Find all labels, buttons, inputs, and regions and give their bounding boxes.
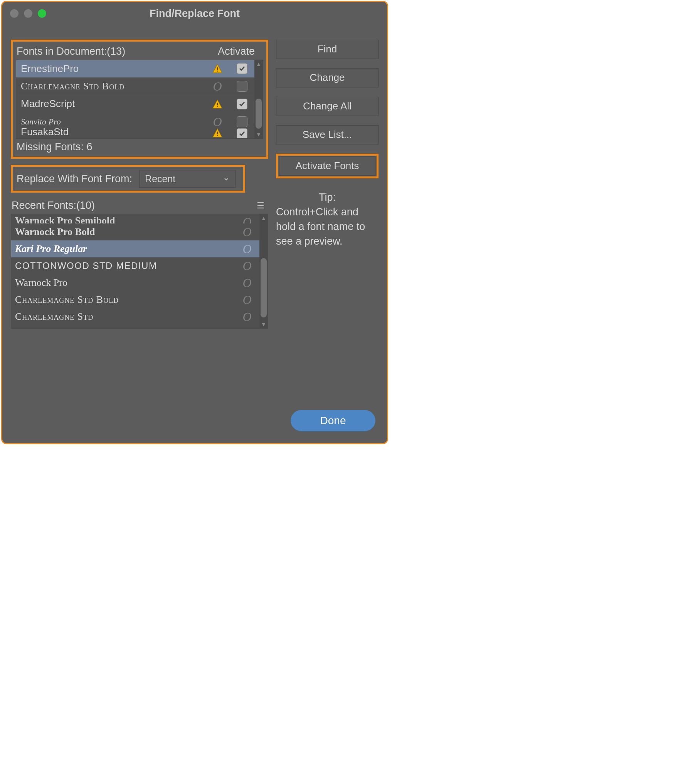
font-row[interactable]: FusakaStd [16,131,254,138]
font-name: FusakaStd [21,126,205,138]
titlebar: Find/Replace Font [2,2,387,25]
opentype-icon: O [205,118,230,126]
font-name: ErnestinePro [21,63,205,75]
scrollbar-thumb[interactable] [256,99,262,129]
font-name: Warnock Pro Semibold [15,215,235,223]
tip-text: Tip: Control+Click and hold a font name … [276,190,379,248]
fonts-in-document-list[interactable]: ErnestinePro Charlemagne Std B [16,60,263,139]
font-row[interactable]: MadreScript [16,96,254,113]
replace-source-selected: Recent [145,173,175,185]
font-name: Sanvito Pro [21,117,205,127]
warning-icon [205,64,230,73]
close-window-button[interactable] [10,9,19,18]
chevron-down-icon[interactable]: ▼ [254,132,263,137]
recent-font-row[interactable]: Warnock Pro Bold O [11,223,259,240]
opentype-icon: O [205,82,230,90]
activate-fonts-button[interactable]: Activate Fonts [279,156,375,176]
opentype-icon: O [235,279,259,287]
recent-font-row[interactable]: Kari Pro Regular O [11,240,259,257]
tip-body: Control+Click and hold a font name to se… [276,206,365,247]
svg-rect-2 [217,103,218,106]
warning-icon [205,99,230,109]
minimize-window-button[interactable] [24,9,32,18]
opentype-icon: O [235,216,259,223]
svg-rect-4 [217,132,218,134]
recent-fonts-list[interactable]: Warnock Pro Semibold O Warnock Pro Bold … [11,214,268,329]
replace-with-font-from-panel: Replace With Font From: Recent [11,165,245,193]
window-controls [2,9,46,18]
warning-icon [205,128,230,138]
chevron-down-icon[interactable]: ▼ [259,322,268,327]
recent-font-row[interactable]: COTTONWOOD STD MEDIUM O [11,257,259,274]
missing-fonts-label: Missing Fonts: [17,141,87,153]
activate-checkbox[interactable] [237,99,247,109]
font-name: Charlemagne Std Bold [21,81,205,92]
chevron-up-icon[interactable]: ▲ [254,62,263,66]
svg-rect-5 [217,135,218,136]
list-options-icon[interactable]: ☰ [257,201,265,211]
missing-fonts-count: 6 [87,141,93,153]
svg-rect-0 [217,67,218,70]
chevron-up-icon[interactable]: ▲ [259,216,268,220]
save-list-button[interactable]: Save List... [276,125,379,144]
font-name: Charlemagne Std [15,311,235,322]
activate-checkbox[interactable] [237,81,247,92]
activate-column-label: Activate [218,45,262,57]
svg-rect-3 [217,106,218,107]
find-button[interactable]: Find [276,40,379,59]
opentype-icon: O [235,228,259,236]
replace-with-label: Replace With Font From: [17,173,132,185]
font-name: Warnock Pro Bold [15,226,235,238]
opentype-icon: O [235,296,259,304]
recent-font-row[interactable]: Warnock Pro O [11,274,259,291]
font-name: Kari Pro Regular [15,243,235,255]
font-name: Charlemagne Std Bold [15,294,235,306]
scrollbar-thumb[interactable] [261,258,267,317]
fonts-in-document-count: (13) [107,45,125,57]
font-name: MadreScript [21,98,205,110]
recent-fonts-label: Recent Fonts: [12,200,76,212]
recent-fonts-count: (10) [76,200,95,212]
recent-font-row[interactable]: Charlemagne Std O [11,308,259,325]
font-row[interactable]: Charlemagne Std Bold O [16,78,254,96]
recent-font-row[interactable]: Charlemagne Std Bold O [11,291,259,308]
done-button[interactable]: Done [291,410,375,431]
opentype-icon: O [235,262,259,270]
scrollbar[interactable]: ▲ ▼ [254,60,263,138]
font-row[interactable]: ErnestinePro [16,60,254,78]
change-all-button[interactable]: Change All [276,97,379,116]
activate-checkbox[interactable] [237,116,247,127]
svg-rect-1 [217,71,218,72]
replace-source-dropdown[interactable]: Recent [139,170,236,188]
activate-checkbox[interactable] [237,63,247,74]
zoom-window-button[interactable] [38,9,46,18]
scrollbar[interactable]: ▲ ▼ [259,214,268,328]
find-replace-font-dialog: Find/Replace Font Fonts in Document: (13… [1,1,388,444]
tip-head: Tip: [276,190,379,205]
activate-fonts-highlight: Activate Fonts [276,154,379,178]
font-name: COTTONWOOD STD MEDIUM [15,260,235,271]
opentype-icon: O [235,313,259,321]
window-title: Find/Replace Font [2,8,387,20]
font-name: Warnock Pro [15,277,235,289]
activate-checkbox[interactable] [237,128,247,139]
opentype-icon: O [235,245,259,253]
fonts-in-document-panel: Fonts in Document: (13) Activate Ernesti… [11,40,268,159]
change-button[interactable]: Change [276,68,379,87]
fonts-in-document-label: Fonts in Document: [17,45,107,57]
recent-font-row[interactable]: Warnock Pro Semibold O [11,214,259,223]
